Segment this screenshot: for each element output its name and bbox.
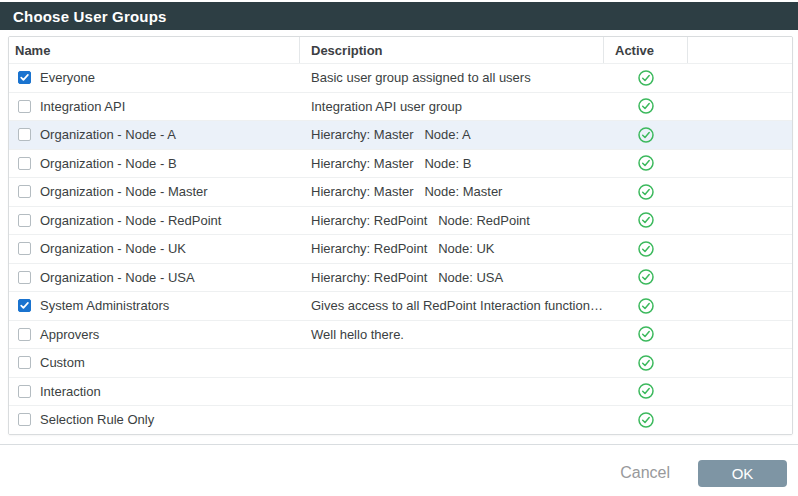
active-check-icon [638,383,654,399]
row-name: Interaction [40,384,101,399]
active-check-icon [638,269,654,285]
row-checkbox[interactable] [18,356,31,369]
active-check-icon [638,241,654,257]
row-name: Organization - Node - B [40,156,177,171]
user-groups-table: Name Description Active Everyone Basic u… [8,36,793,435]
table-row[interactable]: Organization - Node - RedPoint Hierarchy… [9,206,792,235]
table-row[interactable]: Organization - Node - USA Hierarchy: Red… [9,263,792,292]
row-name: Approvers [40,327,99,342]
ok-button[interactable]: OK [698,460,787,487]
row-name: Organization - Node - USA [40,270,195,285]
row-description: Hierarchy: RedPoint Node: RedPoint [300,213,604,228]
row-name: System Administrators [40,298,169,313]
active-check-icon [638,412,654,428]
row-checkbox[interactable] [18,413,31,426]
row-checkbox[interactable] [18,242,31,255]
active-check-icon [638,184,654,200]
row-description: Gives access to all RedPoint Interaction… [300,298,604,313]
row-checkbox[interactable] [18,100,31,113]
row-checkbox[interactable] [18,185,31,198]
active-check-icon [638,298,654,314]
table-row[interactable]: Integration API Integration API user gro… [9,92,792,121]
table-row[interactable]: Organization - Node - Master Hierarchy: … [9,177,792,206]
active-check-icon [638,155,654,171]
row-checkbox[interactable] [18,328,31,341]
row-name: Integration API [40,99,125,114]
row-description: Basic user group assigned to all users [300,70,604,85]
row-description: Hierarchy: Master Node: A [300,127,604,142]
table-row[interactable]: Organization - Node - UK Hierarchy: RedP… [9,234,792,263]
table-row[interactable]: Organization - Node - A Hierarchy: Maste… [9,120,792,149]
row-description: Integration API user group [300,99,604,114]
column-header-extra [688,37,792,63]
active-check-icon [638,127,654,143]
row-name: Organization - Node - RedPoint [40,213,221,228]
table-row[interactable]: Custom [9,348,792,377]
dialog-title: Choose User Groups [13,8,167,25]
row-checkbox[interactable] [18,271,31,284]
row-name: Selection Rule Only [40,412,154,427]
row-checkbox[interactable] [18,128,31,141]
checkmark-icon [19,300,30,311]
table-header: Name Description Active [9,37,792,63]
column-header-active: Active [604,37,688,63]
table-body: Everyone Basic user group assigned to al… [9,63,792,434]
row-description: Well hello there. [300,327,604,342]
row-name: Organization - Node - UK [40,241,186,256]
table-row[interactable]: Selection Rule Only [9,405,792,434]
table-row[interactable]: Interaction [9,377,792,406]
column-header-description: Description [300,37,604,63]
row-name: Organization - Node - A [40,127,176,142]
row-name: Organization - Node - Master [40,184,208,199]
active-check-icon [638,355,654,371]
table-row[interactable]: Organization - Node - B Hierarchy: Maste… [9,149,792,178]
row-checkbox[interactable] [18,157,31,170]
row-description: Hierarchy: RedPoint Node: USA [300,270,604,285]
dialog-footer: Cancel OK [0,445,798,487]
row-checkbox[interactable] [18,71,31,84]
row-checkbox[interactable] [18,299,31,312]
row-name: Everyone [40,70,95,85]
active-check-icon [638,212,654,228]
row-checkbox[interactable] [18,214,31,227]
dialog-titlebar: Choose User Groups [0,2,798,30]
checkmark-icon [19,72,30,83]
active-check-icon [638,326,654,342]
column-header-name: Name [9,37,300,63]
row-description: Hierarchy: RedPoint Node: UK [300,241,604,256]
active-check-icon [638,98,654,114]
table-row[interactable]: System Administrators Gives access to al… [9,291,792,320]
row-name: Custom [40,355,85,370]
table-row[interactable]: Everyone Basic user group assigned to al… [9,63,792,92]
row-checkbox[interactable] [18,385,31,398]
active-check-icon [638,70,654,86]
table-row[interactable]: Approvers Well hello there. [9,320,792,349]
row-description: Hierarchy: Master Node: Master [300,184,604,199]
cancel-button[interactable]: Cancel [618,464,672,482]
row-description: Hierarchy: Master Node: B [300,156,604,171]
